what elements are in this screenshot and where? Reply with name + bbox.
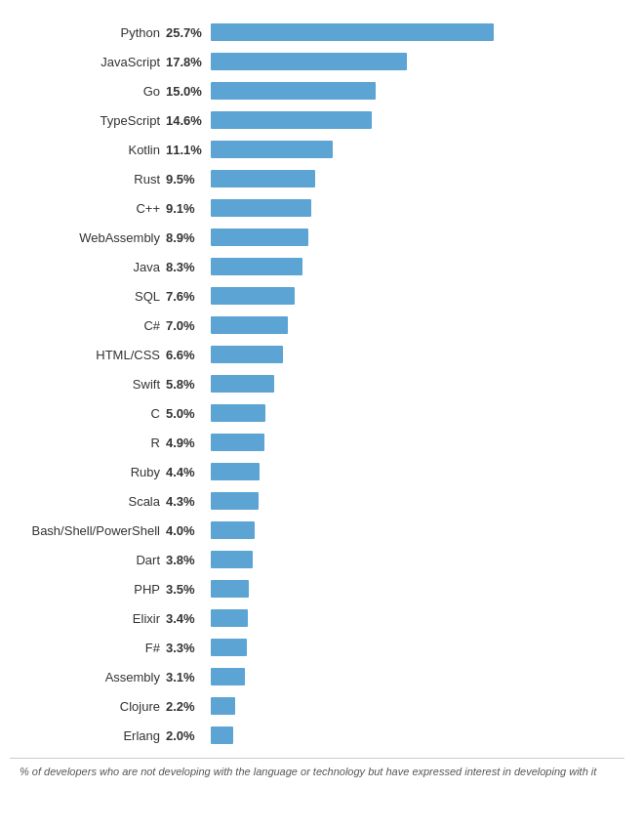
bar-pct-label: 4.0% xyxy=(166,523,211,538)
chart-row: Java8.3% xyxy=(10,254,624,279)
chart-row: C++9.1% xyxy=(10,195,624,221)
chart-row: C5.0% xyxy=(10,400,624,426)
bar-wrap xyxy=(211,111,624,129)
bar-wrap xyxy=(211,434,624,451)
bar-pct-label: 11.1% xyxy=(166,143,211,157)
bar-label: PHP xyxy=(10,582,166,597)
bar-label: Erlang xyxy=(10,728,166,743)
bar-label: JavaScript xyxy=(10,55,166,69)
bar-wrap xyxy=(211,404,624,422)
chart-row: Bash/Shell/PowerShell4.0% xyxy=(10,518,624,543)
bar xyxy=(211,228,308,246)
bar-label: C xyxy=(10,406,166,421)
chart-row: Elixir3.4% xyxy=(10,605,624,631)
bar-wrap xyxy=(211,697,624,715)
bar-label: TypeScript xyxy=(10,113,166,128)
chart-row: Swift5.8% xyxy=(10,371,624,396)
bar-wrap xyxy=(211,82,624,100)
bar-wrap xyxy=(211,199,624,217)
bar-wrap xyxy=(211,316,624,334)
bar xyxy=(211,111,372,129)
bar xyxy=(211,580,249,598)
bar-label: HTML/CSS xyxy=(10,348,166,362)
bar xyxy=(211,23,494,41)
bar-pct-label: 8.9% xyxy=(166,230,211,245)
chart-row: Rust9.5% xyxy=(10,166,624,191)
bar-pct-label: 3.3% xyxy=(166,641,211,655)
footnote: % of developers who are not developing w… xyxy=(10,758,624,779)
bar-pct-label: 5.8% xyxy=(166,377,211,392)
bar-pct-label: 6.6% xyxy=(166,348,211,362)
chart-row: Python25.7% xyxy=(10,20,624,45)
bar-label: Bash/Shell/PowerShell xyxy=(10,523,166,538)
bar-pct-label: 9.5% xyxy=(166,172,211,187)
bar-wrap xyxy=(211,23,624,41)
bar-wrap xyxy=(211,170,624,187)
bar-pct-label: 2.2% xyxy=(166,699,211,714)
bar-label: C# xyxy=(10,318,166,333)
bar-pct-label: 14.6% xyxy=(166,113,211,128)
bar-label: Ruby xyxy=(10,465,166,479)
chart-row: HTML/CSS6.6% xyxy=(10,342,624,367)
bar-label: Elixir xyxy=(10,611,166,626)
bar-wrap xyxy=(211,492,624,510)
bar-wrap xyxy=(211,258,624,275)
chart-row: TypeScript14.6% xyxy=(10,107,624,133)
bar-pct-label: 8.3% xyxy=(166,260,211,274)
bar-pct-label: 15.0% xyxy=(166,84,211,99)
chart-row: Erlang2.0% xyxy=(10,723,624,748)
bar-wrap xyxy=(211,668,624,685)
bar-pct-label: 3.4% xyxy=(166,611,211,626)
chart-row: WebAssembly8.9% xyxy=(10,225,624,250)
bar xyxy=(211,346,283,363)
bar-pct-label: 4.4% xyxy=(166,465,211,479)
bar xyxy=(211,82,376,100)
chart-rows: Python25.7%JavaScript17.8%Go15.0%TypeScr… xyxy=(10,20,624,748)
bar xyxy=(211,404,265,422)
chart-row: JavaScript17.8% xyxy=(10,49,624,74)
bar xyxy=(211,434,264,451)
bar-label: SQL xyxy=(10,289,166,304)
bar-pct-label: 7.6% xyxy=(166,289,211,304)
bar-pct-label: 25.7% xyxy=(166,25,211,40)
bar-pct-label: 2.0% xyxy=(166,728,211,743)
bar-pct-label: 3.8% xyxy=(166,553,211,567)
bar xyxy=(211,287,295,305)
bar xyxy=(211,697,235,715)
bar-wrap xyxy=(211,53,624,70)
bar xyxy=(211,258,302,275)
chart-row: Ruby4.4% xyxy=(10,459,624,484)
bar-wrap xyxy=(211,141,624,158)
bar-pct-label: 9.1% xyxy=(166,201,211,216)
bar-wrap xyxy=(211,580,624,598)
bar-label: Kotlin xyxy=(10,143,166,157)
bar xyxy=(211,726,233,744)
bar xyxy=(211,53,407,70)
bar-label: C++ xyxy=(10,201,166,216)
bar-wrap xyxy=(211,228,624,246)
bar xyxy=(211,639,247,656)
bar-pct-label: 5.0% xyxy=(166,406,211,421)
chart-container: Python25.7%JavaScript17.8%Go15.0%TypeScr… xyxy=(0,10,644,789)
bar-label: Scala xyxy=(10,494,166,509)
bar-pct-label: 4.9% xyxy=(166,436,211,450)
bar-label: Go xyxy=(10,84,166,99)
chart-row: F#3.3% xyxy=(10,635,624,660)
bar-pct-label: 4.3% xyxy=(166,494,211,509)
bar-pct-label: 7.0% xyxy=(166,318,211,333)
bar-label: Swift xyxy=(10,377,166,392)
bar-wrap xyxy=(211,726,624,744)
chart-row: Dart3.8% xyxy=(10,547,624,572)
bar-wrap xyxy=(211,521,624,539)
bar-pct-label: 3.1% xyxy=(166,670,211,685)
chart-row: R4.9% xyxy=(10,430,624,455)
chart-row: Clojure2.2% xyxy=(10,693,624,719)
bar-label: WebAssembly xyxy=(10,230,166,245)
chart-row: C#7.0% xyxy=(10,312,624,338)
chart-row: PHP3.5% xyxy=(10,576,624,602)
bar-wrap xyxy=(211,346,624,363)
bar-pct-label: 3.5% xyxy=(166,582,211,597)
bar-label: Assembly xyxy=(10,670,166,685)
bar-wrap xyxy=(211,639,624,656)
bar-wrap xyxy=(211,375,624,393)
